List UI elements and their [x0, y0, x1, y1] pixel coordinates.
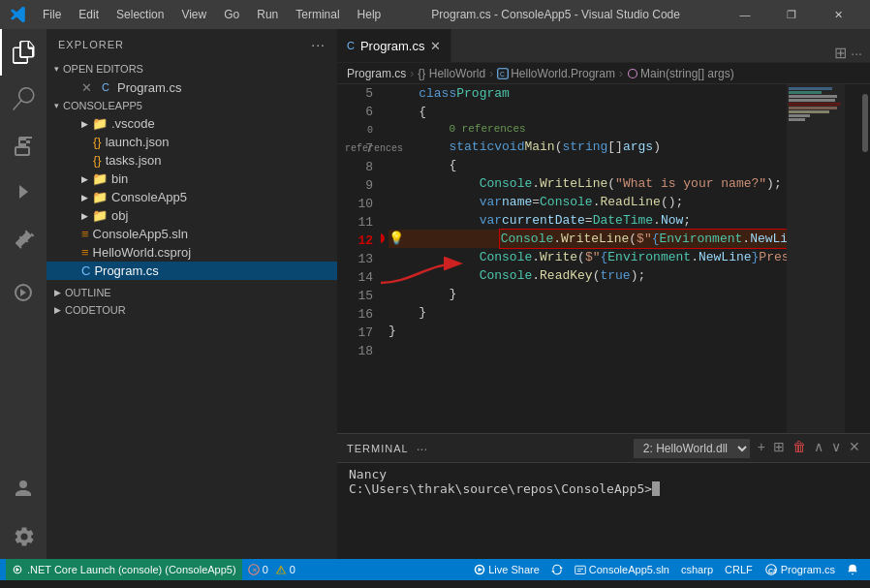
code-line-16: }	[388, 303, 792, 322]
open-editors-label: OPEN EDITORS	[63, 63, 143, 75]
statusbar-notifications[interactable]	[841, 559, 864, 580]
window-controls: — ❐ ✕	[723, 0, 860, 29]
breadcrumb-class[interactable]: CHelloWorld.Program	[497, 67, 615, 80]
activity-extensions[interactable]	[0, 215, 47, 262]
editor-scrollbar[interactable]	[858, 84, 870, 433]
statusbar-encoding-label: CRLF	[725, 564, 753, 575]
window-title: Program.cs - ConsoleApp5 - Visual Studio…	[396, 8, 715, 21]
codetour-section[interactable]: ▶ CODETOUR	[47, 301, 337, 319]
menu-selection[interactable]: Selection	[109, 6, 171, 23]
vscode-folder[interactable]: ▶ 📁 .vscode	[47, 114, 337, 133]
outline-chevron: ▶	[54, 288, 61, 297]
ca5-folder-icon: 📁	[92, 190, 108, 204]
code-content[interactable]: class Program { 0 references static void…	[381, 84, 800, 433]
sidebar-scroll[interactable]: ▾ OPEN EDITORS ✕ C Program.cs ▾ CONSOLEA…	[47, 60, 337, 559]
tab-program-cs[interactable]: C Program.cs ✕	[337, 29, 451, 62]
editor-scrollbar-thumb[interactable]	[862, 94, 868, 152]
csproj-file[interactable]: ≡ HelloWorld.csproj	[47, 243, 337, 262]
menu-run[interactable]: Run	[249, 6, 286, 23]
lightbulb-icon[interactable]: 💡	[388, 230, 404, 248]
breadcrumb-namespace[interactable]: {} HelloWorld	[418, 67, 485, 80]
sidebar-more-button[interactable]: ···	[311, 37, 326, 52]
references-hint: 0 references	[388, 121, 792, 138]
open-editors-section[interactable]: ▾ OPEN EDITORS	[47, 60, 337, 77]
tab-label: Program.cs	[360, 39, 424, 53]
maximize-button[interactable]: ❐	[769, 0, 814, 29]
activity-accounts[interactable]	[0, 466, 47, 512]
close-icon[interactable]: ✕	[81, 80, 92, 95]
statusbar-cs-icon[interactable]: C# Program.cs	[759, 559, 841, 580]
terminal-add-button[interactable]: +	[758, 439, 765, 458]
obj-folder-icon: 📁	[92, 208, 108, 223]
svg-rect-7	[575, 566, 586, 573]
statusbar-errors[interactable]: ✕ 0 0	[242, 559, 301, 580]
bin-folder[interactable]: ▶ 📁 bin	[47, 170, 337, 188]
statusbar-sync[interactable]	[545, 559, 569, 580]
statusbar-language[interactable]: csharp	[675, 559, 719, 580]
terminal-collapse-button[interactable]: ∧	[814, 439, 823, 458]
consoleapp5-folder[interactable]: ▶ 📁 ConsoleApp5	[47, 188, 337, 206]
sln-file[interactable]: ≡ ConsoleApp5.sln	[47, 225, 337, 243]
tasks-json[interactable]: {} tasks.json	[47, 151, 337, 170]
activity-run-debug[interactable]	[0, 169, 47, 215]
vscode-logo	[10, 6, 27, 23]
breadcrumb-method[interactable]: Main(string[] args)	[627, 67, 734, 80]
tasks-json-label: tasks.json	[106, 153, 162, 168]
statusbar-warning-count: 0	[290, 564, 295, 575]
menu-go[interactable]: Go	[216, 6, 247, 23]
activity-explorer[interactable]	[0, 29, 47, 76]
terminal-close-button[interactable]: ✕	[849, 439, 860, 458]
terminal-panel: TERMINAL ··· 2: HelloWorld.dll + ⊞ 🗑 ∧ ∨…	[337, 433, 870, 559]
breadcrumb-sep2: ›	[489, 67, 493, 80]
activity-settings[interactable]	[0, 512, 47, 559]
terminal-expand-button[interactable]: ∨	[831, 439, 841, 458]
activity-source-control[interactable]	[0, 122, 47, 169]
activity-remote-explorer[interactable]	[0, 269, 47, 316]
editor-tabs: C Program.cs ✕ ⊞ ···	[337, 29, 870, 63]
breadcrumb-file[interactable]: Program.cs	[347, 67, 406, 80]
menu-help[interactable]: Help	[350, 6, 389, 23]
minimize-button[interactable]: —	[723, 0, 767, 29]
sln-file-label: ConsoleApp5.sln	[93, 227, 188, 241]
statusbar-solution[interactable]: ConsoleApp5.sln	[569, 559, 675, 580]
statusbar-debug[interactable]: .NET Core Launch (console) (ConsoleApp5)	[6, 559, 242, 580]
code-line-17: }	[388, 322, 792, 340]
open-editor-program-cs[interactable]: ✕ C Program.cs	[47, 77, 337, 97]
line-numbers: 5 6 0 references 7 8 9 10 11 12 13 14 15…	[337, 84, 381, 433]
launch-json[interactable]: {} launch.json	[47, 133, 337, 151]
open-editors-chevron: ▾	[54, 64, 59, 74]
terminal-body[interactable]: Nancy C:\Users\thrak\source\repos\Consol…	[337, 463, 870, 559]
terminal-actions: 2: HelloWorld.dll + ⊞ 🗑 ∧ ∨ ✕	[634, 439, 860, 458]
program-cs-file[interactable]: C Program.cs	[47, 262, 337, 280]
tab-close-button[interactable]: ✕	[430, 39, 441, 53]
code-editor[interactable]: 5 6 0 references 7 8 9 10 11 12 13 14 15…	[337, 84, 870, 433]
titlebar: File Edit Selection View Go Run Terminal…	[0, 0, 870, 29]
ca5-chevron: ▶	[81, 193, 88, 202]
menu-edit[interactable]: Edit	[71, 6, 107, 23]
activity-search[interactable]	[0, 76, 47, 122]
split-editor-button[interactable]: ⊞	[834, 44, 847, 62]
menu-file[interactable]: File	[35, 6, 69, 23]
json-icon2: {}	[93, 153, 102, 168]
outline-section[interactable]: ▶ OUTLINE	[47, 284, 337, 301]
terminal-instance-select[interactable]: 2: HelloWorld.dll	[634, 439, 750, 458]
close-button[interactable]: ✕	[816, 0, 860, 29]
explorer-label: EXPLORER	[58, 39, 124, 50]
obj-folder-label: obj	[111, 208, 128, 223]
menu-view[interactable]: View	[173, 6, 214, 23]
project-section[interactable]: ▾ CONSOLEAPP5	[47, 97, 337, 114]
terminal-tab[interactable]: TERMINAL	[347, 443, 409, 454]
outline-label: OUTLINE	[65, 287, 111, 298]
obj-folder[interactable]: ▶ 📁 obj	[47, 206, 337, 225]
statusbar: .NET Core Launch (console) (ConsoleApp5)…	[0, 559, 870, 580]
statusbar-encoding[interactable]: CRLF	[719, 559, 759, 580]
menu-terminal[interactable]: Terminal	[288, 6, 347, 23]
folder-icon: 📁	[92, 116, 108, 131]
terminal-trash-button[interactable]: 🗑	[792, 439, 806, 458]
more-actions-button[interactable]: ···	[851, 46, 862, 61]
terminal-more-button[interactable]: ···	[417, 441, 428, 456]
terminal-split-button[interactable]: ⊞	[773, 439, 785, 458]
breakpoint-dot[interactable]	[381, 233, 385, 243]
statusbar-liveshare[interactable]: Live Share	[468, 559, 545, 580]
code-line-9: Console.WriteLine("What is your name?");	[388, 174, 792, 193]
